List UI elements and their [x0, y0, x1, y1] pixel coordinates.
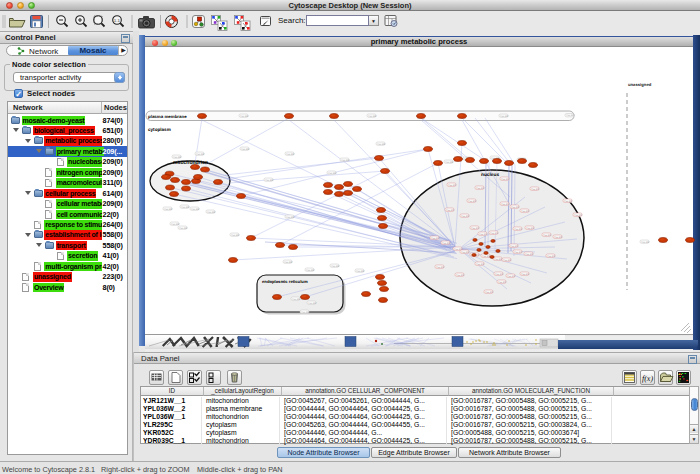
- svg-text:Yxx 1W: Yxx 1W: [191, 208, 200, 211]
- svg-text:Yxx 1C: Yxx 1C: [468, 200, 476, 203]
- svg-text:1:1: 1:1: [114, 18, 121, 23]
- svg-text:Yxx 1C: Yxx 1C: [554, 236, 562, 239]
- svg-text:Yxx 1W: Yxx 1W: [164, 208, 173, 211]
- svg-text:Yxx 1C: Yxx 1C: [442, 242, 450, 245]
- svg-text:Yxx 1W: Yxx 1W: [306, 269, 315, 272]
- svg-text:Yxx 1C: Yxx 1C: [446, 209, 454, 212]
- svg-text:Yxx 1C: Yxx 1C: [476, 187, 484, 190]
- svg-text:Yxx 1C: Yxx 1C: [476, 263, 484, 266]
- svg-text:Yxx 1C: Yxx 1C: [503, 259, 511, 262]
- svg-text:Yxx 1C: Yxx 1C: [543, 234, 551, 237]
- svg-text:Yxx 1W: Yxx 1W: [240, 115, 249, 118]
- svg-text:Yxx 1C: Yxx 1C: [521, 210, 529, 213]
- svg-text:Yxx 1W: Yxx 1W: [171, 223, 180, 226]
- svg-text:Yxx 1W: Yxx 1W: [173, 156, 182, 159]
- svg-text:Yxx 1C: Yxx 1C: [501, 178, 509, 181]
- svg-text:Yxx 1C: Yxx 1C: [431, 237, 439, 240]
- svg-text:Yxx 1C: Yxx 1C: [521, 273, 529, 276]
- svg-text:Yxx 1C: Yxx 1C: [436, 266, 444, 269]
- svg-text:Yxx 1W: Yxx 1W: [341, 159, 350, 162]
- svg-text:Yxx 1W: Yxx 1W: [301, 311, 310, 314]
- svg-text:Yxx 1W: Yxx 1W: [331, 265, 340, 268]
- svg-text:Yxx 1C: Yxx 1C: [461, 215, 469, 218]
- svg-text:Yxx 1C: Yxx 1C: [494, 258, 502, 261]
- svg-text:mitochondrion: mitochondrion: [173, 160, 208, 166]
- svg-text:Yxx 1C: Yxx 1C: [531, 188, 539, 191]
- svg-text:Yxx 1W: Yxx 1W: [566, 114, 575, 117]
- svg-text:nucleus: nucleus: [481, 172, 499, 178]
- svg-text:Yxx 1C: Yxx 1C: [479, 233, 487, 236]
- svg-text:Yxx 1C: Yxx 1C: [485, 291, 493, 294]
- svg-text:Yxx 1W: Yxx 1W: [292, 298, 301, 301]
- svg-text:Yxx 1W: Yxx 1W: [377, 143, 386, 146]
- svg-text:Yxx 1C: Yxx 1C: [490, 232, 498, 235]
- svg-text:Yxx 1C: Yxx 1C: [514, 251, 522, 254]
- svg-text:Yxx 1W: Yxx 1W: [265, 179, 274, 182]
- svg-text:Yxx 1W: Yxx 1W: [328, 172, 337, 175]
- svg-text:plasma membrane: plasma membrane: [148, 114, 187, 119]
- svg-text:Yxx 1C: Yxx 1C: [510, 245, 518, 248]
- svg-text:Yxx 1C: Yxx 1C: [456, 274, 464, 277]
- svg-text:Yxx 1W: Yxx 1W: [196, 153, 205, 156]
- svg-text:Yxx 1C: Yxx 1C: [511, 206, 519, 209]
- svg-text:Yxx 1C: Yxx 1C: [461, 251, 469, 254]
- svg-text:Yxx 1W: Yxx 1W: [284, 261, 293, 264]
- svg-text:Yxx 1W: Yxx 1W: [286, 216, 295, 219]
- svg-text:Yxx 1W: Yxx 1W: [241, 148, 250, 151]
- svg-text:Yxx 1W: Yxx 1W: [181, 206, 190, 209]
- svg-text:cytoplasm: cytoplasm: [148, 127, 171, 132]
- svg-text:Yxx 1C: Yxx 1C: [507, 275, 515, 278]
- svg-text:Yxx 1W: Yxx 1W: [286, 153, 295, 156]
- svg-text:Yxx 1W: Yxx 1W: [308, 302, 317, 305]
- svg-text:Yxx 1C: Yxx 1C: [501, 203, 509, 206]
- svg-text:Yxx 1W: Yxx 1W: [641, 241, 650, 244]
- svg-text:Yxx 1C: Yxx 1C: [574, 214, 582, 217]
- svg-text:Yxx 1C: Yxx 1C: [526, 227, 534, 230]
- svg-text:Yxx 1W: Yxx 1W: [207, 211, 216, 214]
- svg-text:Yxx 1C: Yxx 1C: [498, 281, 506, 284]
- svg-text:Yxx 1W: Yxx 1W: [368, 115, 377, 118]
- svg-text:Yxx 1C: Yxx 1C: [564, 200, 572, 203]
- svg-text:Yxx 1C: Yxx 1C: [525, 253, 533, 256]
- svg-text:Yxx 1W: Yxx 1W: [445, 161, 454, 164]
- svg-text:Yxx 1W: Yxx 1W: [500, 115, 509, 118]
- svg-text:Yxx 1C: Yxx 1C: [547, 255, 555, 258]
- svg-text:Yxx 1C: Yxx 1C: [482, 255, 490, 258]
- svg-text:unassigned: unassigned: [628, 82, 651, 87]
- svg-text:Yxx 1C: Yxx 1C: [495, 273, 503, 276]
- svg-text:Yxx 1C: Yxx 1C: [471, 227, 479, 230]
- svg-text:Yxx 1C: Yxx 1C: [448, 184, 456, 187]
- svg-text:Yxx 1W: Yxx 1W: [179, 227, 188, 230]
- svg-text:Yxx 1W: Yxx 1W: [356, 270, 365, 273]
- svg-text:endoplasmic reticulum: endoplasmic reticulum: [262, 279, 308, 284]
- svg-text:Yxx 1C: Yxx 1C: [514, 228, 522, 231]
- svg-text:Yxx 1W: Yxx 1W: [231, 234, 240, 237]
- svg-text:f(x): f(x): [642, 374, 653, 383]
